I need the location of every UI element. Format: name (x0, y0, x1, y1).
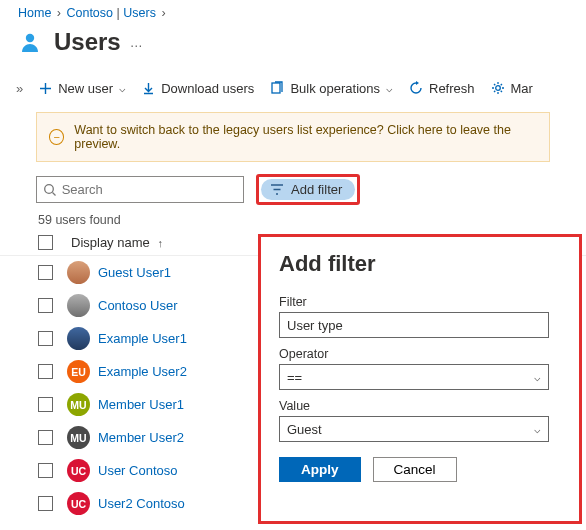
svg-point-3 (45, 184, 54, 193)
avatar: UC (67, 459, 90, 482)
operator-select[interactable]: == ⌵ (279, 364, 549, 390)
result-count: 59 users found (0, 211, 586, 231)
chevron-down-icon: ⌵ (119, 82, 126, 95)
download-users-label: Download users (161, 81, 254, 96)
user-link[interactable]: Member User2 (98, 430, 184, 445)
filter-panel: Add filter Filter User type Operator == … (261, 237, 579, 492)
user-link[interactable]: Contoso User (98, 298, 177, 313)
page-header: Users … (0, 24, 586, 70)
user-link[interactable]: Example User2 (98, 364, 187, 379)
add-filter-button[interactable]: Add filter (261, 179, 355, 200)
user-link[interactable]: Example User1 (98, 331, 187, 346)
preview-banner[interactable]: − Want to switch back to the legacy user… (36, 112, 550, 162)
chevron-right-icon: › (57, 6, 65, 20)
bulk-icon (270, 81, 284, 95)
search-box[interactable] (36, 176, 244, 203)
row-checkbox[interactable] (38, 364, 53, 379)
avatar (67, 261, 90, 284)
row-checkbox[interactable] (38, 298, 53, 313)
bulk-operations-label: Bulk operations (290, 81, 380, 96)
cancel-button[interactable]: Cancel (373, 457, 457, 482)
svg-point-0 (26, 34, 34, 42)
download-icon (142, 82, 155, 95)
manage-button[interactable]: Mar (483, 77, 541, 100)
user-link[interactable]: Member User1 (98, 397, 184, 412)
column-display-name[interactable]: Display name ↑ (71, 235, 163, 250)
user-link[interactable]: User Contoso (98, 463, 177, 478)
gear-icon (491, 81, 505, 95)
add-filter-label: Add filter (291, 182, 342, 197)
row-checkbox[interactable] (38, 397, 53, 412)
filter-field-input[interactable]: User type (279, 312, 549, 338)
chevron-down-icon: ⌵ (386, 82, 393, 95)
breadcrumb-tenant[interactable]: Contoso (66, 6, 113, 20)
user-icon (18, 30, 42, 54)
value-select[interactable]: Guest ⌵ (279, 416, 549, 442)
search-icon (43, 183, 56, 197)
row-checkbox[interactable] (38, 265, 53, 280)
select-all-checkbox[interactable] (38, 235, 53, 250)
breadcrumb: Home › Contoso | Users › (0, 0, 586, 24)
svg-rect-1 (272, 83, 280, 93)
refresh-icon (409, 81, 423, 95)
avatar: UC (67, 492, 90, 515)
chevron-down-icon: ⌵ (534, 371, 541, 384)
row-checkbox[interactable] (38, 331, 53, 346)
user-link[interactable]: Guest User1 (98, 265, 171, 280)
add-filter-highlight: Add filter (256, 174, 360, 205)
plus-icon (39, 82, 52, 95)
bulk-operations-button[interactable]: Bulk operations ⌵ (262, 77, 401, 100)
chevron-right-icon: › (161, 6, 165, 20)
breadcrumb-section[interactable]: Users (123, 6, 156, 20)
apply-button[interactable]: Apply (279, 457, 361, 482)
avatar: EU (67, 360, 90, 383)
filter-panel-title: Add filter (279, 251, 561, 277)
minus-circle-icon: − (49, 129, 64, 145)
row-checkbox[interactable] (38, 463, 53, 478)
row-checkbox[interactable] (38, 496, 53, 511)
manage-label: Mar (511, 81, 533, 96)
search-input[interactable] (62, 182, 237, 197)
refresh-label: Refresh (429, 81, 475, 96)
avatar (67, 294, 90, 317)
controls-row: Add filter (0, 172, 586, 211)
download-users-button[interactable]: Download users (134, 77, 262, 100)
sort-asc-icon: ↑ (157, 237, 163, 249)
preview-banner-text: Want to switch back to the legacy users … (74, 123, 537, 151)
filter-icon (270, 183, 284, 196)
new-user-button[interactable]: New user ⌵ (31, 77, 134, 100)
expand-icon[interactable]: » (16, 81, 23, 96)
filter-field-label: Filter (279, 295, 561, 309)
refresh-button[interactable]: Refresh (401, 77, 483, 100)
operator-field-label: Operator (279, 347, 561, 361)
avatar: MU (67, 393, 90, 416)
more-button[interactable]: … (130, 35, 145, 50)
filter-panel-highlight: Add filter Filter User type Operator == … (258, 234, 582, 524)
toolbar: » New user ⌵ Download users Bulk operati… (0, 70, 586, 106)
new-user-label: New user (58, 81, 113, 96)
value-field-label: Value (279, 399, 561, 413)
breadcrumb-home[interactable]: Home (18, 6, 51, 20)
avatar: MU (67, 426, 90, 449)
page-title: Users (54, 28, 121, 56)
row-checkbox[interactable] (38, 430, 53, 445)
avatar (67, 327, 90, 350)
svg-point-2 (495, 86, 500, 91)
chevron-down-icon: ⌵ (534, 423, 541, 436)
user-link[interactable]: User2 Contoso (98, 496, 185, 511)
